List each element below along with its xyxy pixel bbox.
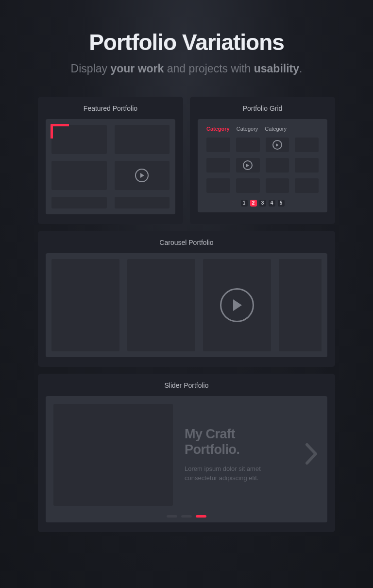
- carousel-item: [51, 259, 119, 351]
- page-button[interactable]: 3: [259, 200, 266, 207]
- slider-content: My Craft Portfolio. Lorem ipsum dolor si…: [185, 427, 293, 483]
- subtitle-bold: your work: [110, 62, 164, 75]
- page-button[interactable]: 5: [278, 200, 285, 207]
- play-icon: [220, 288, 254, 322]
- carousel-title: Carousel Portfolio: [46, 239, 327, 246]
- featured-preview: [46, 119, 175, 214]
- thumb: [115, 161, 170, 190]
- grid-preview: Category Category Category: [198, 119, 327, 212]
- grid-title: Portfolio Grid: [198, 104, 327, 112]
- grid-card: Portfolio Grid Category Category Categor…: [190, 97, 335, 224]
- thumb: [206, 138, 230, 152]
- thumb: [206, 178, 230, 193]
- thumb: [206, 158, 230, 173]
- thumb: [266, 158, 289, 173]
- thumb: [51, 197, 107, 208]
- thumb: [51, 161, 107, 190]
- slider-title: Slider Portfolio: [46, 381, 327, 389]
- thumb: [295, 138, 319, 152]
- page-title: Portfolio Variations: [38, 29, 335, 55]
- category-tab[interactable]: Category: [237, 126, 258, 132]
- thumb: [266, 178, 289, 193]
- carousel-item: [127, 259, 195, 351]
- thumb: [236, 158, 260, 173]
- thumb: [295, 158, 319, 173]
- thumb: [236, 178, 260, 193]
- thumb: [295, 178, 319, 193]
- play-icon: [243, 160, 253, 170]
- page-button[interactable]: 2: [250, 200, 257, 207]
- page-subtitle: Display your work and projects with usab…: [38, 62, 335, 75]
- thumb: [115, 125, 170, 154]
- subtitle-text: .: [299, 62, 302, 75]
- carousel-preview: [46, 253, 327, 357]
- page-button[interactable]: 1: [241, 200, 248, 207]
- featured-card: Featured Portfolio: [38, 97, 183, 224]
- slider-preview: My Craft Portfolio. Lorem ipsum dolor si…: [46, 396, 327, 522]
- carousel-card: Carousel Portfolio: [38, 231, 335, 367]
- slider-dot[interactable]: [181, 515, 192, 518]
- slider-card: Slider Portfolio My Craft Portfolio. Lor…: [38, 374, 335, 532]
- slider-dots: [167, 515, 206, 518]
- thumb: [115, 197, 170, 208]
- play-icon: [135, 169, 149, 182]
- chevron-right-icon[interactable]: [305, 443, 320, 467]
- subtitle-text: and projects with: [164, 62, 254, 75]
- selection-corner-icon: [51, 124, 69, 138]
- page-button[interactable]: 4: [269, 200, 275, 207]
- subtitle-bold: usability: [254, 62, 299, 75]
- slider-dot[interactable]: [196, 515, 206, 518]
- play-icon: [272, 140, 282, 150]
- slider-body: Lorem ipsum dolor sit amet consectetur a…: [185, 464, 262, 483]
- featured-title: Featured Portfolio: [46, 104, 175, 112]
- category-tab[interactable]: Category: [206, 126, 230, 132]
- category-tab[interactable]: Category: [265, 126, 287, 132]
- category-tabs: Category Category Category: [206, 126, 319, 132]
- carousel-item: [203, 259, 271, 351]
- slider-heading: My Craft Portfolio.: [185, 427, 293, 457]
- slider-dot[interactable]: [167, 515, 177, 518]
- thumb: [236, 138, 260, 152]
- pagination: 1 2 3 4 5: [206, 200, 319, 207]
- thumb: [266, 138, 289, 152]
- carousel-item: [279, 259, 322, 351]
- slider-image: [53, 404, 173, 506]
- subtitle-text: Display: [71, 62, 111, 75]
